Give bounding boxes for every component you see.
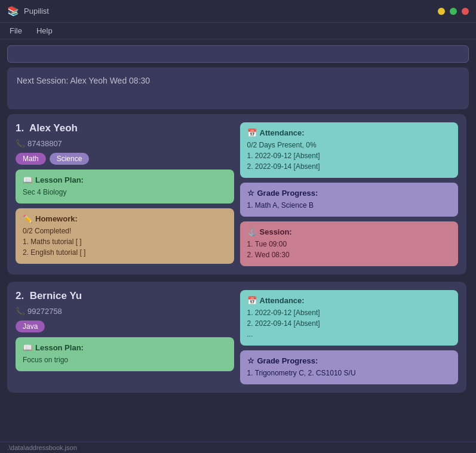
lesson-icon-2: 📖 (23, 343, 32, 352)
grade-content-1: 1. Math A, Science B (247, 200, 452, 211)
main-content: Next Session: Alex Yeoh Wed 08:30 1. Ale… (0, 39, 476, 442)
student-1-phone: 📞 87438807 (16, 139, 234, 148)
student-1-grade-card: ☆ Grade Progress: 1. Math A, Science B (240, 183, 459, 217)
lesson-title-1: 📖 Lesson Plan: (23, 175, 227, 184)
student-2-grade-card: ☆ Grade Progress: 1. Trigonometry C, 2. … (240, 350, 459, 384)
student-card-1: 1. Alex Yeoh 📞 87438807 Math Science 📖 L… (7, 114, 466, 275)
tag-science[interactable]: Science (50, 153, 90, 165)
homework-icon-1: ✏️ (23, 214, 32, 223)
tag-java[interactable]: Java (16, 321, 45, 332)
status-path: .\data\addressbook.json (7, 444, 77, 451)
lesson-content-1: Sec 4 Biology (23, 187, 227, 198)
menu-help[interactable]: Help (34, 25, 55, 36)
student-2-left: 2. Bernice Yu 📞 99272758 Java 📖 Lesson P… (16, 290, 234, 371)
students-list: 1. Alex Yeoh 📞 87438807 Math Science 📖 L… (7, 114, 469, 436)
attendance-content-1: 0/2 Days Present, 0% 1. 2022-09-12 [Abse… (247, 140, 452, 172)
tag-math[interactable]: Math (16, 153, 46, 165)
lesson-title-2: 📖 Lesson Plan: (23, 343, 227, 352)
minimize-button[interactable] (438, 8, 445, 15)
student-1-right: 📅 Attendance: 0/2 Days Present, 0% 1. 20… (240, 122, 459, 266)
attendance-title-1: 📅 Attendance: (247, 128, 452, 137)
homework-title-1: ✏️ Homework: (23, 214, 227, 223)
grade-icon-1: ☆ (247, 189, 254, 198)
titlebar-left: 📚 Pupilist (7, 5, 49, 17)
session-title-1: ⚓ Session: (247, 227, 452, 236)
grade-title-2: ☆ Grade Progress: (247, 356, 452, 365)
grade-content-2: 1. Trigonometry C, 2. CS1010 S/U (247, 368, 452, 378)
lesson-content-2: Focus on trigo (23, 355, 227, 365)
student-1-name: 1. Alex Yeoh (16, 122, 234, 134)
attendance-content-2: 1. 2022-09-12 [Absent] 2. 2022-09-14 [Ab… (247, 307, 452, 340)
session-content-1: 1. Tue 09:00 2. Wed 08:30 (247, 239, 452, 260)
menubar: File Help (0, 23, 476, 39)
phone-icon-2: 📞 (16, 307, 25, 316)
student-2-lesson-card: 📖 Lesson Plan: Focus on trigo (16, 337, 234, 371)
student-1-homework-card: ✏️ Homework: 0/2 Completed! 1. Maths tut… (16, 208, 234, 264)
grade-icon-2: ☆ (247, 356, 254, 365)
grade-title-1: ☆ Grade Progress: (247, 189, 452, 198)
student-2-right: 📅 Attendance: 1. 2022-09-12 [Absent] 2. … (240, 290, 459, 384)
next-session-banner: Next Session: Alex Yeoh Wed 08:30 (7, 67, 469, 109)
menu-file[interactable]: File (7, 25, 24, 36)
attendance-icon-1: 📅 (247, 128, 257, 137)
student-1-left: 1. Alex Yeoh 📞 87438807 Math Science 📖 L… (16, 122, 234, 264)
student-2-attendance-card: 📅 Attendance: 1. 2022-09-12 [Absent] 2. … (240, 290, 459, 346)
next-session-text: Next Session: Alex Yeoh Wed 08:30 (17, 76, 150, 85)
titlebar: 📚 Pupilist (0, 0, 476, 23)
student-2-name: 2. Bernice Yu (16, 290, 234, 302)
student-1-lesson-card: 📖 Lesson Plan: Sec 4 Biology (16, 170, 234, 204)
student-2-phone: 📞 99272758 (16, 307, 234, 316)
titlebar-controls (438, 8, 469, 15)
phone-icon-1: 📞 (16, 139, 25, 148)
lesson-icon-1: 📖 (23, 175, 32, 184)
homework-content-1: 0/2 Completed! 1. Maths tutorial [ ] 2. … (23, 226, 227, 258)
close-button[interactable] (462, 8, 469, 15)
student-1-attendance-card: 📅 Attendance: 0/2 Days Present, 0% 1. 20… (240, 122, 459, 178)
attendance-title-2: 📅 Attendance: (247, 296, 452, 305)
maximize-button[interactable] (450, 8, 457, 15)
student-card-2: 2. Bernice Yu 📞 99272758 Java 📖 Lesson P… (7, 282, 466, 393)
student-1-session-card: ⚓ Session: 1. Tue 09:00 2. Wed 08:30 (240, 221, 459, 266)
student-2-tags: Java (16, 321, 234, 332)
app-icon: 📚 (7, 5, 19, 17)
search-input[interactable] (7, 45, 469, 63)
session-icon-1: ⚓ (247, 227, 257, 236)
statusbar: .\data\addressbook.json (0, 442, 476, 453)
attendance-icon-2: 📅 (247, 296, 257, 305)
student-1-tags: Math Science (16, 153, 234, 165)
app-title: Pupilist (24, 7, 49, 16)
